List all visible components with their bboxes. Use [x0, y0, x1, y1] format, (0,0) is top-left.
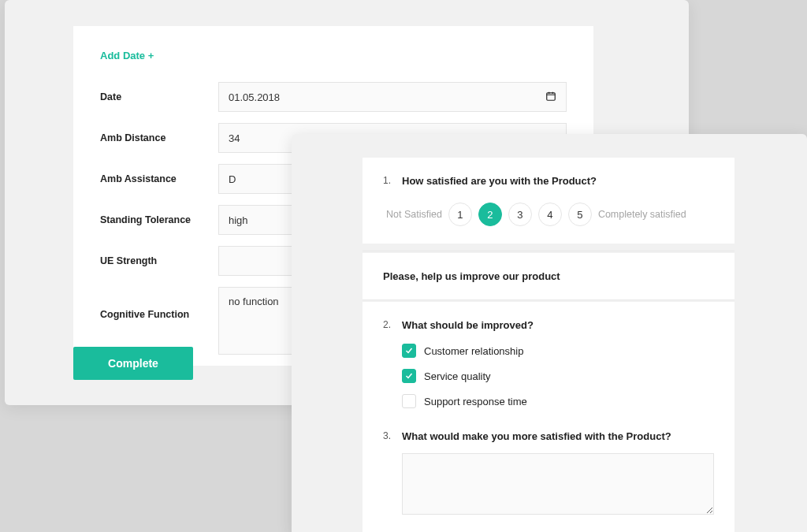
q1-rating-scale: Not Satisfied 1 2 3 4 5 Completely satis…: [386, 203, 714, 226]
field-date-value: 01.05.2018: [229, 91, 280, 103]
checkbox-label: Customer relationship: [424, 345, 523, 357]
survey-panel-background: 1. How satisfied are you with the Produc…: [292, 134, 807, 532]
field-cognitive-function-label: Cognitive Function: [100, 287, 218, 320]
calendar-icon: [545, 91, 556, 104]
field-ue-strength-label: UE Strength: [100, 255, 218, 266]
svg-rect-0: [547, 92, 556, 99]
field-date-input[interactable]: 01.05.2018: [218, 82, 567, 112]
checkbox-icon: [402, 344, 416, 358]
rating-anchor-high: Completely satisfied: [598, 209, 686, 220]
field-date-label: Date: [100, 91, 218, 102]
checkbox-customer-relationship[interactable]: Customer relationship: [402, 344, 714, 358]
field-standing-tolerance-label: Standing Tolerance: [100, 214, 218, 225]
checkbox-label: Service quality: [424, 370, 491, 382]
field-amb-assistance-label: Amb Assistance: [100, 173, 218, 184]
checkbox-icon: [402, 369, 416, 383]
rating-option-5[interactable]: 5: [568, 203, 592, 226]
rating-option-4[interactable]: 4: [538, 203, 562, 226]
q2-text: What should be improved?: [402, 319, 534, 331]
q3-number: 3.: [383, 430, 396, 442]
survey-subtitle: Please, help us improve our product: [383, 270, 714, 282]
divider: [363, 299, 734, 300]
checkbox-service-quality[interactable]: Service quality: [402, 369, 714, 383]
field-amb-distance-label: Amb Distance: [100, 132, 218, 143]
q1-text: How satisfied are you with the Product?: [402, 175, 597, 187]
q1-number: 1.: [383, 175, 396, 187]
q3-text: What would make you more satisfied with …: [402, 430, 671, 442]
rating-anchor-low: Not Satisfied: [386, 209, 442, 220]
survey-q2-q3-card: 2. What should be improved? Customer rel…: [363, 302, 734, 532]
rating-option-1[interactable]: 1: [448, 203, 472, 226]
complete-button[interactable]: Complete: [73, 347, 193, 380]
survey-q1-card: 1. How satisfied are you with the Produc…: [363, 158, 734, 244]
rating-option-3[interactable]: 3: [508, 203, 532, 226]
checkbox-label: Support response time: [424, 396, 527, 407]
add-date-link[interactable]: Add Date +: [100, 50, 154, 61]
field-date: Date 01.05.2018: [100, 82, 567, 112]
q2-options: Customer relationship Service quality Su…: [402, 344, 714, 408]
checkbox-icon: [402, 394, 416, 408]
checkbox-support-response-time[interactable]: Support response time: [402, 394, 714, 408]
rating-option-2[interactable]: 2: [478, 203, 502, 226]
divider: [363, 251, 734, 251]
survey-subtitle-card: Please, help us improve our product: [363, 253, 734, 299]
q3-textarea[interactable]: [402, 453, 714, 515]
q2-number: 2.: [383, 319, 396, 331]
